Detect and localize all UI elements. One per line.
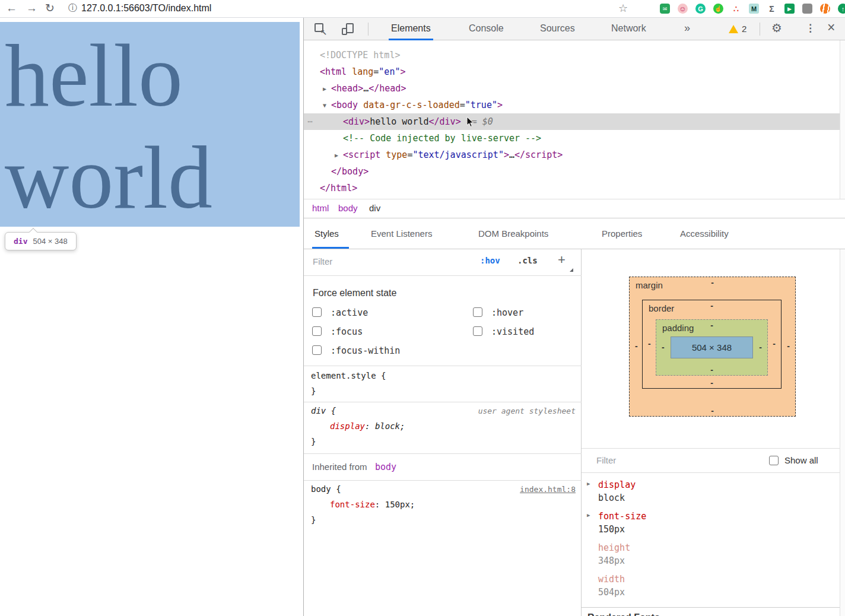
inspect-element-icon[interactable]: ↖ [315,23,326,34]
back-icon[interactable]: ← [6,0,17,18]
dom-line-body-open[interactable]: ▼<body data-gr-c-s-loaded="true"> [304,97,840,113]
page-info-icon[interactable]: ⓘ [68,2,77,14]
checkbox-hover[interactable] [473,307,482,317]
padding-bottom-value[interactable]: - [710,365,713,374]
dom-line-script[interactable]: ▶<script type="text/javascript">…</scrip… [304,147,840,163]
computed-name[interactable]: font-size [598,510,840,523]
computed-display[interactable]: ▶ display block [582,478,840,504]
rule-div-ua[interactable]: div { user agent stylesheet display: blo… [304,402,582,454]
upload-extension-icon[interactable]: ↑ [838,4,845,14]
kebab-menu-icon[interactable]: ⋮ [805,22,815,34]
computed-name[interactable]: display [598,478,840,491]
dom-line-html-open[interactable]: <html lang="en"> [304,63,840,80]
sigma-extension-icon[interactable]: Σ [767,4,777,14]
show-all-checkbox[interactable] [769,456,779,465]
breadcrumb-html[interactable]: html [312,203,329,213]
m-extension-icon[interactable]: M [749,4,759,14]
tab-dom-breakpoints[interactable]: DOM Breakpoints [478,228,548,239]
chat-extension-icon[interactable]: ✉ [660,4,670,14]
margin-bottom-value[interactable]: - [711,406,714,415]
breadcrumb-div[interactable]: div [369,203,380,213]
dom-line-body-close[interactable]: </body> [304,163,840,180]
gear-icon[interactable]: ⚙ [771,21,782,35]
padding-left-value[interactable]: - [662,342,665,352]
close-icon[interactable]: × [827,20,835,36]
dom-scrollbar[interactable] [840,40,845,199]
new-rule-dropdown-icon[interactable] [570,268,573,272]
expand-icon[interactable]: ▶ [323,81,326,97]
play-extension-icon[interactable]: ▶ [784,4,795,14]
computed-name[interactable]: width [598,573,840,586]
inherited-from-body[interactable]: body [375,462,396,472]
source-link[interactable]: index.html:8 [520,485,576,494]
toggle-hov-button[interactable]: :hov [480,256,500,265]
checkbox-focus-within[interactable] [312,345,322,355]
dom-line-doctype[interactable]: <!DOCTYPE html> [304,47,840,63]
box-model-border[interactable]: border - - - - padding - - - - 504 × 348 [642,300,782,389]
tab-elements[interactable]: Elements [389,18,433,40]
breadcrumb-body[interactable]: body [338,203,358,213]
dom-line-div-selected[interactable]: ⋯<div>hello world</div> == $0 [304,113,840,130]
tab-properties[interactable]: Properties [602,228,642,239]
checkbox-active[interactable] [312,307,322,317]
collapse-icon[interactable]: ▼ [323,97,326,114]
tab-network[interactable]: Network [609,18,649,40]
rule-body[interactable]: body { index.html:8 font-size: 150px; } [304,481,582,534]
computed-width[interactable]: width 504px [582,573,840,599]
property-display[interactable]: display [330,421,365,431]
bookmark-star-icon[interactable]: ☆ [618,2,628,15]
thumbs-extension-icon[interactable]: ☝ [713,4,723,14]
more-tabs-icon[interactable]: » [684,18,690,40]
rule-element-style[interactable]: element.style { } [304,366,582,402]
border-top-value[interactable]: - [710,301,713,310]
tab-console[interactable]: Console [466,18,506,40]
margin-left-value[interactable]: - [635,341,638,351]
checkbox-visited[interactable] [473,326,482,336]
dom-line-comment[interactable]: <!-- Code injected by live-server --> [304,130,840,147]
div-selector: div [311,406,326,415]
value-150px[interactable]: 150px; [385,500,415,509]
margin-right-value[interactable]: - [787,341,790,351]
padding-right-value[interactable]: - [759,342,762,352]
new-style-rule-button[interactable]: + [558,252,566,268]
fish-extension-icon[interactable] [820,4,830,14]
expand-icon[interactable]: ▶ [587,481,590,487]
url-bar[interactable]: 127.0.0.1:56603/TO/index.html [81,3,211,14]
padding-top-value[interactable]: - [710,320,713,330]
box-model-margin[interactable]: margin - - - - border - - - - padding - … [629,277,796,417]
expand-icon[interactable]: ▶ [587,512,590,518]
computed-name[interactable]: height [598,541,840,554]
gutter-dots-icon[interactable]: ⋯ [307,113,313,130]
property-font-size[interactable]: font-size [330,500,375,509]
tab-accessibility[interactable]: Accessibility [680,228,729,239]
value-block[interactable]: block; [375,421,405,431]
warnings-badge[interactable]: 2 [729,24,746,34]
tab-sources[interactable]: Sources [538,18,577,40]
grammarly-extension-icon[interactable]: G [695,4,706,14]
computed-height[interactable]: height 348px [582,541,840,567]
border-left-value[interactable]: - [648,339,651,348]
comment-token: <!-- Code injected by live-server --> [343,133,541,144]
puzzle-extension-icon[interactable] [802,4,812,14]
computed-filter-input[interactable]: Filter [596,455,616,465]
tab-event-listeners[interactable]: Event Listeners [371,228,432,239]
box-model-content[interactable]: 504 × 348 [671,336,753,358]
reload-icon[interactable]: ↻ [45,0,55,18]
forward-icon[interactable]: → [26,0,37,18]
border-right-value[interactable]: - [773,339,776,348]
avatar-extension-icon[interactable]: ☺ [678,4,688,14]
computed-font-size[interactable]: ▶ font-size 150px [582,510,840,536]
styles-filter-input[interactable]: Filter [313,256,332,266]
dom-line-head[interactable]: ▶<head>…</head> [304,80,840,97]
toggle-cls-button[interactable]: .cls [517,256,538,265]
border-bottom-value[interactable]: - [710,378,713,388]
network-extension-icon[interactable]: ∴ [731,4,741,14]
dom-line-html-close[interactable]: </html> [304,180,840,196]
margin-top-value[interactable]: - [711,278,714,287]
tab-styles[interactable]: Styles [315,228,339,239]
computed-scrollbar[interactable] [840,249,845,616]
expand-icon[interactable]: ▶ [335,147,338,164]
box-model-padding[interactable]: padding - - - - 504 × 348 [656,319,768,376]
device-toolbar-icon[interactable] [342,23,354,35]
checkbox-focus[interactable] [312,326,322,336]
